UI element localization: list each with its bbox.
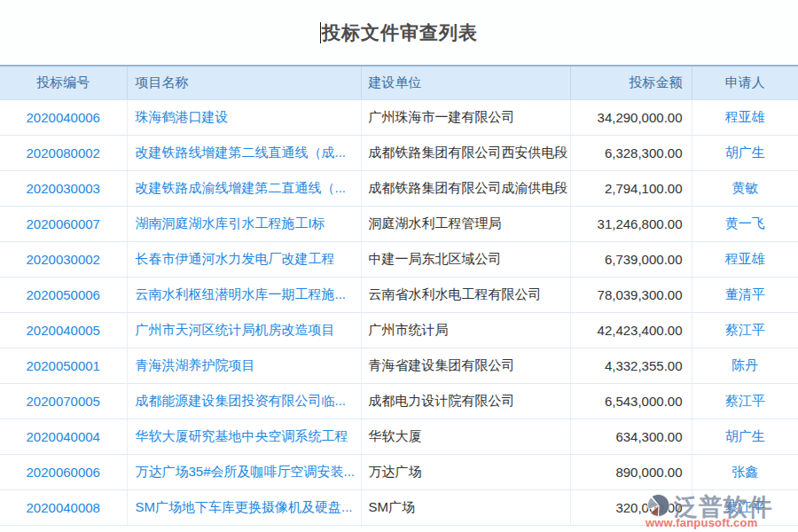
project-cell[interactable]: 改建铁路成渝线增建第二直通线（...	[127, 170, 361, 206]
bid-no-cell[interactable]: 2020080002	[0, 135, 127, 170]
applicant-cell[interactable]: 蔡江平	[692, 383, 798, 419]
project-cell[interactable]: 成都能源建设集团投资有限公司临...	[127, 383, 361, 419]
table-row: 2020040006珠海鹤港口建设广州珠海市一建有限公司34,290,000.0…	[0, 99, 798, 135]
amount-cell: 78,039,300.00	[570, 277, 692, 312]
table-row: 2020050001青海洪湖养护院项目青海省建设集团有限公司4,332,355.…	[0, 348, 798, 383]
column-header-applicant: 申请人	[692, 66, 798, 99]
bid-no-cell[interactable]: 2020040004	[0, 419, 127, 454]
amount-cell: 6,328,300.00	[570, 135, 692, 170]
table-row: 2020050006云南水利枢纽潜明水库一期工程施...云南省水利水电工程有限公…	[0, 277, 798, 312]
bid-no-cell[interactable]: 2020060006	[0, 454, 127, 489]
applicant-cell[interactable]: 董清平	[692, 277, 798, 312]
bid-no-cell[interactable]: 2020050001	[0, 348, 127, 383]
unit-cell: 万达广场	[361, 454, 570, 489]
amount-cell: 890,000.00	[570, 454, 692, 489]
amount-cell: 6,739,000.00	[570, 241, 692, 277]
applicant-cell[interactable]: 陈丹	[692, 348, 798, 383]
table-row: 2020040004华软大厦研究基地中央空调系统工程华软大厦634,300.00…	[0, 419, 798, 454]
applicant-cell[interactable]: 蔡江平	[692, 312, 798, 348]
unit-cell: 洞庭湖水利工程管理局	[361, 206, 570, 241]
column-header-amount: 投标金额	[570, 66, 692, 99]
column-header-bid-no: 投标编号	[0, 66, 127, 99]
bid-no-cell[interactable]: 2020060007	[0, 206, 127, 241]
unit-cell: SM广场	[361, 489, 570, 525]
bid-no-cell[interactable]: 2020050006	[0, 277, 127, 312]
applicant-cell[interactable]: 程亚雄	[692, 241, 798, 277]
table-body: 2020040006珠海鹤港口建设广州珠海市一建有限公司34,290,000.0…	[0, 99, 798, 525]
unit-cell: 成都铁路集团有限公司西安供电段	[361, 135, 570, 170]
project-cell[interactable]: 万达广场35#会所及咖啡厅空调安装...	[127, 454, 361, 489]
bid-no-cell[interactable]: 2020040006	[0, 99, 127, 135]
table-row: 2020070005成都能源建设集团投资有限公司临...成都电力设计院有限公司6…	[0, 383, 798, 419]
bid-no-cell[interactable]: 2020040005	[0, 312, 127, 348]
amount-cell: 4,332,355.00	[570, 348, 692, 383]
bid-no-cell[interactable]: 2020030002	[0, 241, 127, 277]
amount-cell: 320,000.00	[570, 489, 692, 525]
applicant-cell[interactable]: 黄一飞	[692, 206, 798, 241]
project-cell[interactable]: 珠海鹤港口建设	[127, 99, 361, 135]
amount-cell: 634,300.00	[570, 419, 692, 454]
unit-cell: 广州市统计局	[361, 312, 570, 348]
column-header-unit: 建设单位	[361, 66, 570, 99]
unit-cell: 成都电力设计院有限公司	[361, 383, 570, 419]
project-cell[interactable]: 青海洪湖养护院项目	[127, 348, 361, 383]
bid-no-cell[interactable]: 2020070005	[0, 383, 127, 419]
project-cell[interactable]: 改建铁路线增建第二线直通线（成...	[127, 135, 361, 170]
amount-cell: 6,543,000.00	[570, 383, 692, 419]
applicant-cell[interactable]: 黄敏	[692, 170, 798, 206]
table-row: 2020060007湖南洞庭湖水库引水工程施工I标洞庭湖水利工程管理局31,24…	[0, 206, 798, 241]
bid-review-table: 投标编号项目名称建设单位投标金额申请人 2020040006珠海鹤港口建设广州珠…	[0, 65, 798, 526]
page-header: 投标文件审查列表	[0, 0, 798, 65]
project-cell[interactable]: 华软大厦研究基地中央空调系统工程	[127, 419, 361, 454]
table-row: 2020060006万达广场35#会所及咖啡厅空调安装...万达广场890,00…	[0, 454, 798, 489]
project-cell[interactable]: 广州市天河区统计局机房改造项目	[127, 312, 361, 348]
amount-cell: 34,290,000.00	[570, 99, 692, 135]
project-cell[interactable]: 长春市伊通河水力发电厂改建工程	[127, 241, 361, 277]
applicant-cell[interactable]: 胡广生	[692, 419, 798, 454]
table-header: 投标编号项目名称建设单位投标金额申请人	[0, 66, 798, 99]
table-row: 2020030002长春市伊通河水力发电厂改建工程中建一局东北区域公司6,739…	[0, 241, 798, 277]
applicant-cell[interactable]: 胡广生	[692, 135, 798, 170]
project-cell[interactable]: SM广场地下车库更换摄像机及硬盘...	[127, 489, 361, 525]
bid-no-cell[interactable]: 2020040008	[0, 489, 127, 525]
unit-cell: 青海省建设集团有限公司	[361, 348, 570, 383]
applicant-cell[interactable]: 张鑫	[692, 454, 798, 489]
unit-cell: 云南省水利水电工程有限公司	[361, 277, 570, 312]
page-title: 投标文件审查列表	[322, 20, 478, 45]
amount-cell: 2,794,100.00	[570, 170, 692, 206]
table-row: 2020040008SM广场地下车库更换摄像机及硬盘...SM广场320,000…	[0, 489, 798, 525]
table-row: 2020080002改建铁路线增建第二线直通线（成...成都铁路集团有限公司西安…	[0, 135, 798, 170]
table-row: 2020030003改建铁路成渝线增建第二直通线（...成都铁路集团有限公司成渝…	[0, 170, 798, 206]
applicant-cell[interactable]: 蔡江平	[692, 489, 798, 525]
unit-cell: 成都铁路集团有限公司成渝供电段	[361, 170, 570, 206]
text-cursor	[320, 22, 321, 43]
project-cell[interactable]: 云南水利枢纽潜明水库一期工程施...	[127, 277, 361, 312]
unit-cell: 广州珠海市一建有限公司	[361, 99, 570, 135]
applicant-cell[interactable]: 程亚雄	[692, 99, 798, 135]
unit-cell: 华软大厦	[361, 419, 570, 454]
bid-no-cell[interactable]: 2020030003	[0, 170, 127, 206]
project-cell[interactable]: 湖南洞庭湖水库引水工程施工I标	[127, 206, 361, 241]
unit-cell: 中建一局东北区域公司	[361, 241, 570, 277]
column-header-project: 项目名称	[127, 66, 361, 99]
amount-cell: 31,246,800.00	[570, 206, 692, 241]
table-row: 2020040005广州市天河区统计局机房改造项目广州市统计局42,423,40…	[0, 312, 798, 348]
amount-cell: 42,423,400.00	[570, 312, 692, 348]
table-header-row: 投标编号项目名称建设单位投标金额申请人	[0, 66, 798, 99]
